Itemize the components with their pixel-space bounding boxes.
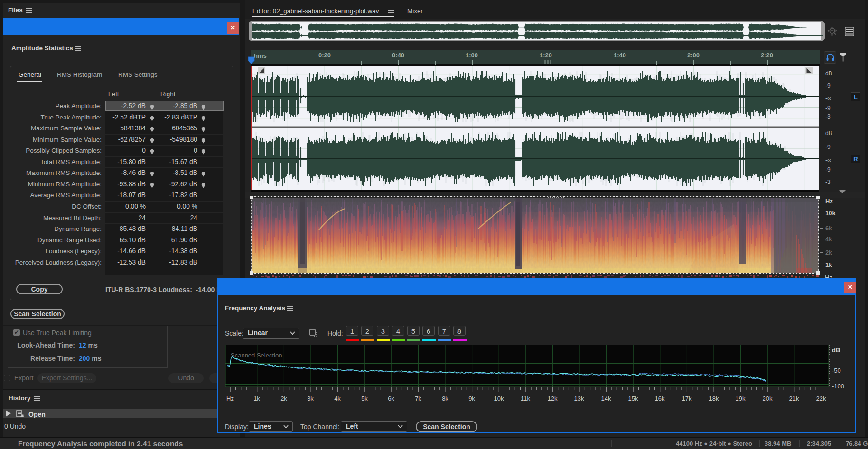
- svg-text:Scanned Selection: Scanned Selection: [231, 352, 282, 359]
